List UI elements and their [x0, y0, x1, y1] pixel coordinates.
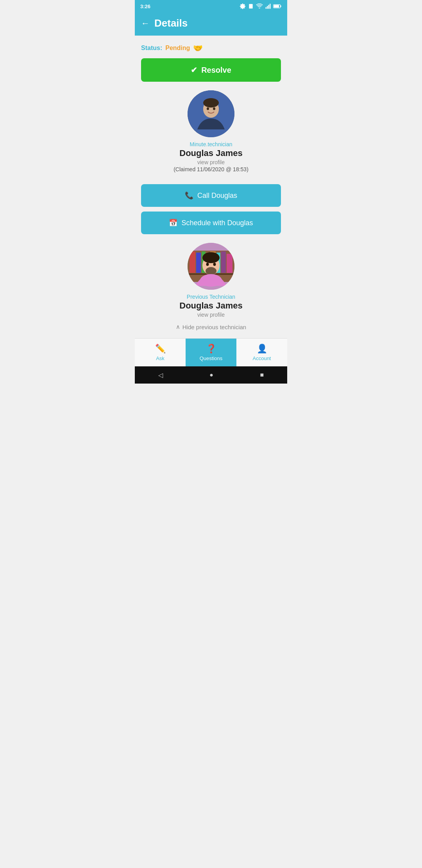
hide-previous-label: Hide previous technician [182, 324, 246, 330]
sys-recent-button[interactable]: ■ [260, 371, 264, 378]
schedule-button[interactable]: 📅 Schedule with Douglas [141, 212, 281, 234]
call-label: Call Douglas [197, 192, 237, 200]
call-button[interactable]: 📞 Call Douglas [141, 184, 281, 207]
svg-point-27 [206, 267, 216, 275]
questions-icon: ❓ [206, 344, 216, 354]
nav-questions-label: Questions [200, 355, 223, 361]
svg-point-13 [207, 108, 209, 110]
technician-name: Douglas James [179, 148, 242, 158]
svg-rect-18 [196, 253, 201, 273]
technician-role: Minute.technician [190, 141, 232, 147]
nav-ask-label: Ask [156, 355, 165, 361]
technician-claimed: (Claimed 11/06/2020 @ 18:53) [173, 166, 249, 172]
prev-technician-name: Douglas James [179, 301, 242, 311]
status-bar: 3:26 [135, 0, 287, 13]
bottom-nav: ✏️ Ask ❓ Questions 👤 Account [135, 338, 287, 366]
phone-icon: 📞 [185, 191, 193, 200]
svg-rect-7 [274, 5, 279, 8]
svg-rect-17 [190, 251, 195, 273]
svg-point-29 [206, 263, 209, 266]
svg-rect-4 [268, 5, 269, 9]
svg-rect-24 [227, 254, 232, 273]
prev-avatar-image [188, 243, 234, 290]
account-icon: 👤 [257, 344, 267, 354]
svg-point-30 [213, 263, 216, 266]
signal-icon [265, 3, 271, 9]
status-label: Status: [141, 45, 162, 52]
status-bar-time: 3:26 [140, 4, 150, 9]
sim-icon [248, 3, 254, 9]
svg-rect-8 [280, 5, 281, 7]
status-value: Pending [165, 45, 190, 52]
schedule-label: Schedule with Douglas [181, 219, 253, 227]
svg-rect-5 [270, 4, 270, 9]
technician-view-profile[interactable]: view profile [197, 159, 225, 165]
status-bar-icons [240, 3, 282, 9]
status-icon: 🤝 [193, 43, 203, 53]
checkmark-icon: ✔ [191, 65, 197, 75]
svg-rect-23 [221, 251, 226, 273]
system-nav-bar: ◁ ● ■ [135, 366, 287, 384]
svg-point-14 [213, 108, 215, 110]
resolve-button[interactable]: ✔ Resolve [141, 58, 281, 82]
nav-account[interactable]: 👤 Account [236, 339, 287, 366]
technician-card: Minute.technician Douglas James view pro… [141, 90, 281, 178]
svg-point-31 [200, 274, 222, 287]
wifi-icon [256, 4, 263, 9]
sys-back-button[interactable]: ◁ [158, 371, 163, 379]
ask-icon: ✏️ [155, 344, 166, 354]
main-content: Status: Pending 🤝 ✔ Resolve M [135, 36, 287, 338]
prev-technician-avatar [188, 243, 234, 290]
previous-technician-card: Previous Technician Douglas James view p… [141, 243, 281, 330]
nav-ask[interactable]: ✏️ Ask [135, 339, 186, 366]
nav-questions[interactable]: ❓ Questions [186, 339, 236, 366]
svg-point-12 [203, 98, 219, 108]
back-button[interactable]: ← [141, 18, 150, 29]
avatar-image [188, 90, 234, 137]
calendar-icon: 📅 [169, 219, 177, 227]
prev-technician-view-profile[interactable]: view profile [197, 312, 225, 318]
svg-point-28 [202, 252, 220, 263]
prev-technician-role: Previous Technician [187, 294, 235, 300]
svg-rect-2 [266, 7, 266, 9]
settings-icon [240, 3, 246, 9]
technician-avatar [188, 90, 234, 137]
header: ← Details [135, 13, 287, 36]
resolve-label: Resolve [201, 66, 231, 75]
nav-account-label: Account [253, 355, 271, 361]
sys-home-button[interactable]: ● [209, 371, 213, 378]
battery-icon [273, 4, 282, 9]
page-title: Details [154, 17, 188, 29]
status-line: Status: Pending 🤝 [141, 43, 281, 53]
chevron-up-icon: ∧ [176, 323, 180, 330]
hide-previous-button[interactable]: ∧ Hide previous technician [176, 323, 246, 330]
svg-rect-3 [267, 6, 268, 9]
